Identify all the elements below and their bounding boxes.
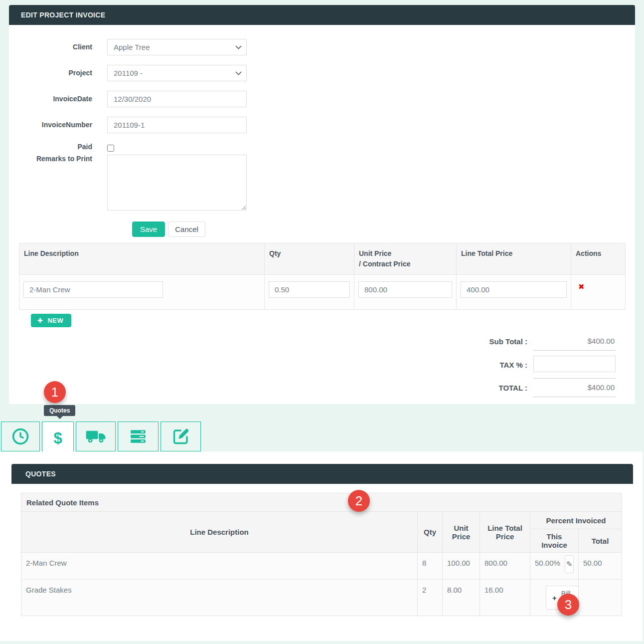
invoice-date-row: InvoiceDate [19,91,625,107]
qcol-total: Total [579,529,622,553]
quote-qty: 8 [418,553,443,580]
line-item-row: ✖ [19,275,626,310]
remarks-label: Remarks to Print [19,155,107,163]
invoice-date-input[interactable] [107,91,247,107]
col-line-description: Line Description [19,243,265,275]
quote-row: 2-Man Crew 8 100.00 800.00 50.00% ✎ 50.0… [21,553,622,580]
col-actions: Actions [571,243,626,275]
quotes-tab-panel: QUOTES Related Quote Items Line Descript… [0,451,643,641]
remarks-textarea[interactable] [107,155,247,211]
qcol-this-invoice: This Invoice [530,529,579,553]
line-items-table: Line Description Qty Unit Price / Contra… [19,243,626,310]
paid-label: Paid [19,143,107,151]
truck-icon [85,429,106,444]
annotation-step-1: 1 [44,381,66,403]
total-value: $400.00 [533,379,616,397]
total-label: TOTAL : [411,384,533,392]
percent-total [579,580,622,616]
quotes-panel-title: QUOTES [11,464,633,484]
line-qty-input[interactable] [269,281,350,298]
edit-icon [172,428,190,445]
paid-row: Paid [19,143,625,154]
tab-bar: $ [1,422,201,454]
quote-row: Grade Stakes 2 8.00 16.00 + Bill Line [21,580,622,616]
col-qty: Qty [265,243,354,275]
cancel-button[interactable]: Cancel [168,221,205,237]
client-label: Client [19,39,107,51]
col-unit-price: Unit Price / Contract Price [354,243,457,275]
qcol-unit-price: Unit Price [443,512,480,553]
percent-total: 50.00 [579,553,622,580]
dollar-icon: $ [53,430,62,446]
qcol-line-description: Line Description [21,512,418,553]
delete-line-icon[interactable]: ✖ [575,281,588,292]
qcol-line-total: Line Total Price [480,512,530,553]
panel-title: EDIT PROJECT INVOICE [9,5,635,25]
tax-label: TAX % : [411,361,533,369]
quote-description: 2-Man Crew [21,553,418,580]
tab-quotes[interactable]: $ [42,422,74,454]
subtotal-label: Sub Total : [411,337,533,346]
quote-line-total: 800.00 [480,553,530,580]
pencil-icon: ✎ [566,560,573,569]
related-quotes-table: Related Quote Items Line Description Qty… [21,493,622,616]
col-line-total: Line Total Price [457,243,571,275]
annotation-step-2: 2 [348,490,370,512]
remarks-row: Remarks to Print [19,155,625,213]
page: EDIT PROJECT INVOICE Client Apple Tree P… [0,0,644,644]
quote-unit-price: 100.00 [443,553,480,580]
plus-icon: + [552,594,557,602]
client-select[interactable]: Apple Tree [107,39,247,55]
client-row: Client Apple Tree [19,39,625,55]
quote-unit-price: 8.00 [443,580,480,616]
invoice-number-input[interactable] [107,117,247,133]
line-total-input[interactable] [461,281,567,298]
line-unit-price-input[interactable] [358,281,452,298]
tab-items[interactable] [118,422,159,451]
paid-checkbox[interactable] [107,145,114,152]
plus-icon: ✚ [37,317,43,324]
quotes-caption: Related Quote Items [21,493,622,512]
invoice-date-label: InvoiceDate [19,91,107,103]
qcol-percent-invoiced: Percent Invoiced [530,512,622,529]
project-row: Project 201109 - [19,65,625,81]
tax-input[interactable] [533,356,616,372]
line-description-input[interactable] [23,281,163,298]
percent-this-invoice: 50.00% [535,559,560,567]
quotes-group-header-row: Line Description Qty Unit Price Line Tot… [21,512,622,529]
quotes-caption-row: Related Quote Items [21,493,622,512]
tasks-icon [129,429,148,444]
save-button[interactable]: Save [132,221,165,237]
clock-icon [11,428,29,445]
project-label: Project [19,65,107,77]
invoice-number-label: InvoiceNumber [19,117,107,129]
new-line-button[interactable]: ✚ NEW [31,314,71,327]
quote-description: Grade Stakes [21,580,418,616]
project-select[interactable]: 201109 - [107,65,247,81]
quote-line-total: 16.00 [480,580,530,616]
quotes-tooltip: Quotes [44,405,75,416]
tab-notes[interactable] [161,422,201,451]
invoice-number-row: InvoiceNumber [19,117,625,133]
totals-section: Sub Total : $400.00 TAX % : TOTAL : $400… [411,332,621,397]
quote-qty: 2 [418,580,443,616]
tab-delivery[interactable] [76,422,116,451]
edit-percent-button[interactable]: ✎ [565,555,574,573]
line-items-header-row: Line Description Qty Unit Price / Contra… [19,243,626,275]
annotation-step-3: 3 [557,594,579,616]
subtotal-value: $400.00 [533,332,616,351]
edit-invoice-panel: EDIT PROJECT INVOICE Client Apple Tree P… [9,5,635,404]
qcol-qty: Qty [418,512,443,553]
tab-time[interactable] [1,422,40,451]
